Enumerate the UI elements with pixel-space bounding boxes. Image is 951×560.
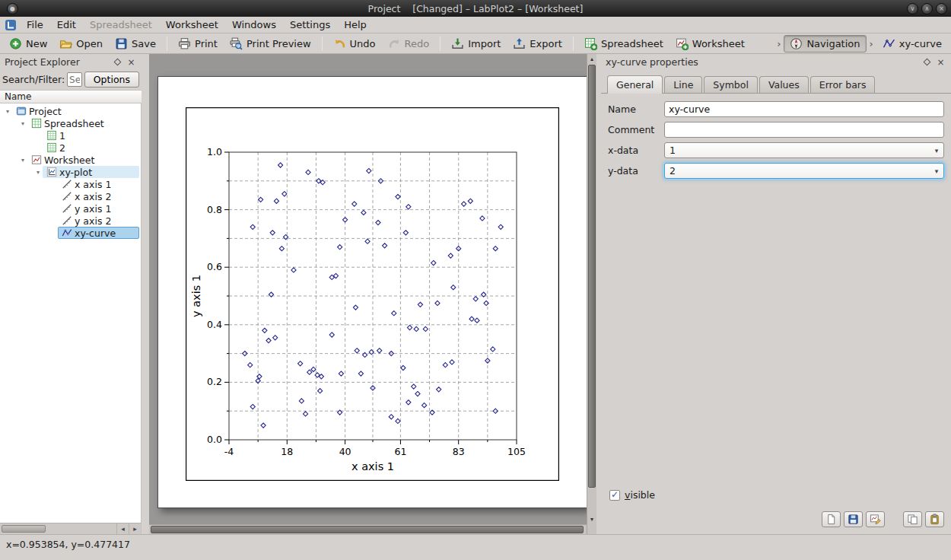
scroll-left-icon[interactable]: ◂	[116, 523, 129, 534]
import-button[interactable]: Import	[445, 35, 507, 52]
axis-icon	[62, 179, 72, 189]
chart-edit-button[interactable]	[866, 511, 885, 527]
tree-item-label: Spreadsheet	[44, 118, 104, 129]
doc-save-button[interactable]	[844, 511, 863, 527]
expander-icon[interactable]: ▾	[33, 169, 43, 176]
tab-general[interactable]: General	[607, 75, 663, 94]
scroll-down-icon[interactable]: ▾	[587, 514, 596, 524]
new-worksheet-icon	[676, 37, 689, 50]
tab-values[interactable]: Values	[759, 76, 809, 93]
x-data-select[interactable]: 1 ▾	[664, 142, 944, 158]
worksheet-icon	[31, 154, 42, 165]
hscroll-thumb[interactable]	[2, 525, 46, 533]
titlebar: ● Project [Changed] – LabPlot2 – [Worksh…	[0, 0, 951, 17]
check-icon: ✓	[611, 490, 619, 499]
tree-item-1[interactable]: 1	[0, 129, 141, 142]
toolbar-button-label: Print	[195, 38, 218, 49]
dock-close-icon[interactable]: ×	[126, 56, 137, 68]
dock-float-icon[interactable]	[112, 56, 123, 68]
tab-error-bars[interactable]: Error bars	[810, 76, 876, 93]
menu-file[interactable]: File	[20, 18, 50, 32]
worksheet-view: -4184061831050.00.20.40.60.81.0x axis 1y…	[149, 54, 596, 534]
menu-edit[interactable]: Edit	[50, 18, 83, 32]
tree-item-y-axis-2[interactable]: y axis 2	[0, 215, 141, 227]
tree-item-project[interactable]: ▾Project	[0, 105, 141, 117]
minimize-button[interactable]: ∨	[907, 3, 918, 14]
save-button[interactable]: Save	[109, 35, 162, 52]
svg-text:61: 61	[394, 446, 406, 457]
close-button[interactable]: ×	[936, 3, 947, 14]
worksheet-hscrollbar[interactable]	[149, 524, 587, 534]
explorer-hscrollbar[interactable]: ◂ ▸	[0, 523, 142, 534]
scroll-up-icon[interactable]: ▴	[587, 54, 596, 64]
tab-symbol[interactable]: Symbol	[704, 76, 758, 93]
redo-button[interactable]: Redo	[382, 35, 436, 52]
tree-item-label: xy-plot	[59, 167, 92, 178]
print-preview-button[interactable]: Print Preview	[224, 35, 317, 52]
y-data-value: 2	[670, 165, 676, 177]
print-button[interactable]: Print	[172, 35, 224, 52]
tree-item-x-axis-1[interactable]: x axis 1	[0, 178, 141, 190]
tree-column-header[interactable]: Name	[0, 90, 142, 103]
svg-text:0.2: 0.2	[207, 376, 222, 387]
scroll-right-icon[interactable]: ▸	[129, 523, 141, 534]
new-worksheet-button[interactable]: Worksheet	[670, 35, 751, 52]
toolbar-separator	[322, 37, 323, 51]
maximize-button[interactable]: ∧	[921, 3, 933, 14]
search-input[interactable]	[67, 72, 82, 87]
doc-paste-button[interactable]	[925, 511, 944, 527]
left-splitter[interactable]	[142, 54, 149, 534]
new-spreadsheet-button[interactable]: Spreadsheet	[578, 35, 670, 52]
visible-checkbox[interactable]: ✓	[609, 490, 620, 501]
expander-icon[interactable]: ▾	[3, 108, 12, 115]
x-data-row: x-data 1 ▾	[608, 142, 944, 158]
undo-button[interactable]: Undo	[327, 35, 382, 52]
vscroll-thumb[interactable]	[588, 65, 596, 488]
doc-new-button[interactable]	[822, 511, 841, 527]
comment-input[interactable]	[664, 122, 944, 138]
svg-text:0.6: 0.6	[207, 261, 222, 272]
name-input[interactable]	[664, 101, 944, 117]
menu-spreadsheet[interactable]: Spreadsheet	[83, 18, 159, 32]
tree-item-xy-curve[interactable]: xy-curve	[0, 227, 141, 239]
new-button[interactable]: New	[3, 35, 53, 52]
toolbar-overflow-icon[interactable]: ›	[774, 38, 784, 49]
tree-item-2[interactable]: 2	[0, 142, 141, 154]
toolbar-button-label: Spreadsheet	[601, 38, 663, 49]
dock-close-icon[interactable]: ×	[935, 56, 946, 68]
navigation-button[interactable]: Navigation	[784, 35, 866, 52]
worksheet-page[interactable]: -4184061831050.00.20.40.60.81.0x axis 1y…	[157, 76, 587, 508]
expander-icon[interactable]: ▾	[18, 157, 27, 164]
toolbar-button-label: Import	[468, 38, 501, 49]
toolbar-overflow-icon[interactable]: ›	[867, 38, 876, 49]
toolbar-separator	[440, 37, 441, 51]
tree-item-x-axis-2[interactable]: x axis 2	[0, 190, 141, 202]
window-title: Project [Changed] – LabPlot2 – [Workshee…	[0, 3, 951, 14]
doc-paste-icon	[929, 514, 940, 525]
doc-copy-button[interactable]	[903, 511, 922, 527]
tree-item-worksheet[interactable]: ▾Worksheet	[0, 154, 141, 166]
xy-curve-button[interactable]: xy-curve	[876, 35, 948, 52]
export-button[interactable]: Export	[507, 35, 568, 52]
worksheet-hscroll-thumb[interactable]	[151, 526, 584, 533]
worksheet-vscrollbar[interactable]: ▴ ▾	[587, 54, 596, 534]
tab-line[interactable]: Line	[664, 76, 702, 93]
window-menu-button[interactable]: ●	[7, 3, 18, 14]
labplot-window: ● Project [Changed] – LabPlot2 – [Worksh…	[0, 0, 951, 560]
tree-item-y-axis-1[interactable]: y axis 1	[0, 202, 141, 215]
plot-icon	[46, 167, 57, 177]
tree-item-spreadsheet[interactable]: ▾Spreadsheet	[0, 117, 141, 129]
menu-help[interactable]: Help	[337, 18, 374, 32]
y-data-select[interactable]: 2 ▾	[664, 163, 944, 179]
toolbar-separator	[573, 37, 574, 51]
svg-text:x axis 1: x axis 1	[351, 460, 394, 473]
open-button[interactable]: Open	[53, 35, 109, 52]
expander-icon[interactable]: ▾	[18, 120, 27, 127]
options-button[interactable]: Options	[84, 72, 139, 88]
menu-windows[interactable]: Windows	[225, 18, 283, 32]
dock-float-icon[interactable]	[921, 56, 933, 68]
axis-icon	[62, 191, 72, 202]
tree-item-xy-plot[interactable]: ▾xy-plot	[0, 166, 141, 178]
menu-settings[interactable]: Settings	[283, 18, 337, 32]
menu-worksheet[interactable]: Worksheet	[159, 18, 225, 32]
